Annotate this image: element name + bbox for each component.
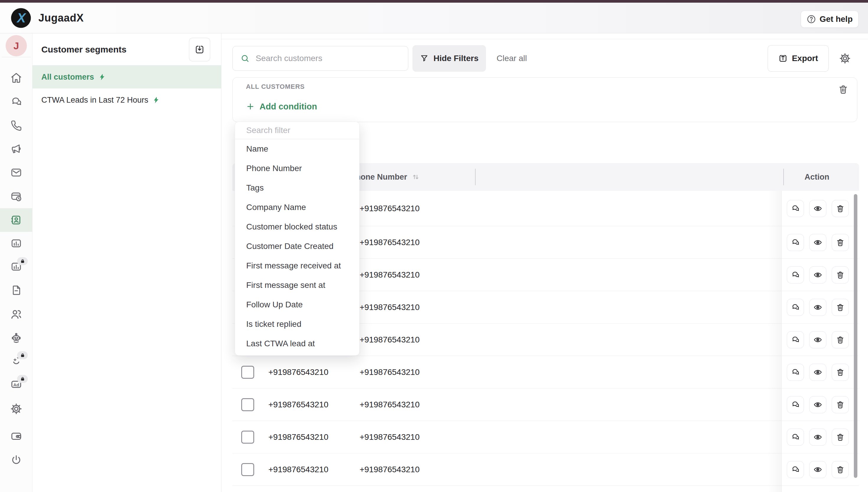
delete-action-button[interactable]: [832, 266, 849, 284]
row-actions: [787, 453, 849, 486]
row-checkbox[interactable]: [241, 430, 254, 444]
bar-chart-locked-icon[interactable]: [0, 255, 32, 278]
table-settings-gear-icon[interactable]: [837, 50, 853, 67]
lock-icon: [17, 257, 28, 265]
filter-option[interactable]: Phone Number: [235, 159, 359, 178]
filter-option[interactable]: Is ticket replied: [235, 315, 359, 334]
view-action-button[interactable]: [809, 396, 826, 413]
view-action-button[interactable]: [809, 299, 826, 316]
brand-name: JugaadX: [39, 3, 84, 33]
delete-action-button[interactable]: [832, 299, 849, 316]
view-action-button[interactable]: [809, 266, 826, 284]
view-action-button[interactable]: [809, 331, 826, 348]
table-scrollbar-thumb[interactable]: [854, 194, 858, 478]
row-actions: [787, 226, 849, 259]
lock-icon: [17, 351, 28, 359]
chat-action-button[interactable]: [787, 234, 804, 251]
users-icon[interactable]: [0, 302, 32, 326]
avatar[interactable]: J: [6, 35, 27, 56]
chat-action-button[interactable]: [787, 364, 804, 381]
search-input[interactable]: [256, 54, 397, 63]
segment-item-ctwa-leads[interactable]: CTWA Leads in Last 72 Hours: [32, 89, 221, 112]
export-label: Export: [792, 54, 818, 63]
get-help-label: Get help: [820, 15, 853, 24]
delete-action-button[interactable]: [832, 234, 849, 251]
filter-option[interactable]: Customer blocked status: [235, 217, 359, 237]
chat-action-button[interactable]: [787, 200, 804, 217]
delete-action-button[interactable]: [832, 200, 849, 217]
cell-phone: +919876543210: [359, 191, 420, 226]
view-action-button[interactable]: [809, 200, 826, 217]
row-checkbox[interactable]: [241, 463, 254, 476]
filter-option[interactable]: First message sent at: [235, 275, 359, 295]
filter-option[interactable]: Name: [235, 139, 359, 159]
bolt-icon: [153, 96, 160, 104]
segment-label: All customers: [41, 73, 94, 82]
view-action-button[interactable]: [809, 364, 826, 381]
delete-action-button[interactable]: [832, 461, 849, 478]
delete-action-button[interactable]: [832, 396, 849, 413]
power-icon[interactable]: [0, 448, 32, 472]
row-checkbox[interactable]: [241, 398, 254, 411]
import-segments-button[interactable]: [189, 38, 210, 62]
chat-action-button[interactable]: [787, 266, 804, 284]
view-action-button[interactable]: [809, 428, 826, 446]
filter-option[interactable]: Last CTWA lead at: [235, 334, 359, 353]
phone-icon[interactable]: [0, 114, 32, 138]
calendar-clock-icon[interactable]: [0, 184, 32, 208]
gear-icon[interactable]: [0, 397, 32, 421]
column-header-phone: Phone Number: [350, 163, 420, 191]
filter-option[interactable]: First message received at: [235, 256, 359, 275]
clear-all-button[interactable]: Clear all: [497, 45, 527, 72]
export-button[interactable]: Export: [768, 45, 829, 72]
delete-action-button[interactable]: [832, 364, 849, 381]
filter-option[interactable]: Tags: [235, 178, 359, 198]
cell-phone: +919876543210: [359, 421, 420, 453]
row-actions: [787, 291, 849, 323]
segments-title: Customer segments: [41, 33, 126, 66]
chat-action-button[interactable]: [787, 331, 804, 348]
delete-action-button[interactable]: [832, 428, 849, 446]
mail-icon[interactable]: [0, 161, 32, 184]
delete-action-button[interactable]: [832, 331, 849, 348]
view-action-button[interactable]: [809, 234, 826, 251]
contacts-sync-icon[interactable]: [0, 208, 32, 232]
chat-action-button[interactable]: [787, 396, 804, 413]
filter-search-input[interactable]: [235, 122, 359, 139]
main-content: Hide Filters Clear all Export ALL CUSTOM…: [221, 39, 868, 492]
column-resize-divider[interactable]: [783, 169, 784, 185]
delete-segment-trash-icon[interactable]: [838, 84, 848, 95]
filter-option[interactable]: Follow Up Date: [235, 295, 359, 315]
add-condition-button[interactable]: Add condition: [246, 99, 317, 114]
cell-phone: +919876543210: [359, 259, 420, 291]
row-checkbox[interactable]: [241, 366, 254, 379]
chats-icon[interactable]: [0, 90, 32, 114]
app-header: X JugaadX Get help: [0, 3, 868, 33]
cell-name: +919876543210: [268, 356, 328, 388]
chat-action-button[interactable]: [787, 428, 804, 446]
chat-action-button[interactable]: [787, 299, 804, 316]
filter-option[interactable]: Customer Date Created: [235, 237, 359, 256]
view-action-button[interactable]: [809, 461, 826, 478]
home-icon[interactable]: [0, 66, 32, 90]
cell-phone: +919876543210: [359, 291, 420, 323]
segment-filter-card: ALL CUSTOMERS Add condition: [232, 77, 858, 122]
wallet-icon[interactable]: [0, 424, 32, 448]
hide-filters-button[interactable]: Hide Filters: [413, 45, 486, 72]
chat-action-button[interactable]: [787, 461, 804, 478]
row-actions: [787, 191, 849, 226]
customer-search-box: [232, 46, 408, 71]
robot-icon[interactable]: [0, 326, 32, 350]
document-icon[interactable]: [0, 278, 32, 302]
get-help-button[interactable]: Get help: [801, 10, 859, 28]
column-resize-divider[interactable]: [475, 169, 476, 185]
filter-option[interactable]: Company Name: [235, 198, 359, 217]
ads-locked-icon[interactable]: Ad: [0, 372, 32, 396]
row-actions: [787, 486, 849, 492]
segment-item-all-customers[interactable]: All customers: [32, 66, 221, 89]
ai-sparkle-locked-icon[interactable]: [0, 349, 32, 372]
sort-icon[interactable]: [411, 173, 420, 181]
megaphone-icon[interactable]: [0, 137, 32, 161]
bar-chart-icon[interactable]: [0, 231, 32, 255]
segments-panel: Customer segments All customers CTWA Lea…: [32, 33, 221, 492]
